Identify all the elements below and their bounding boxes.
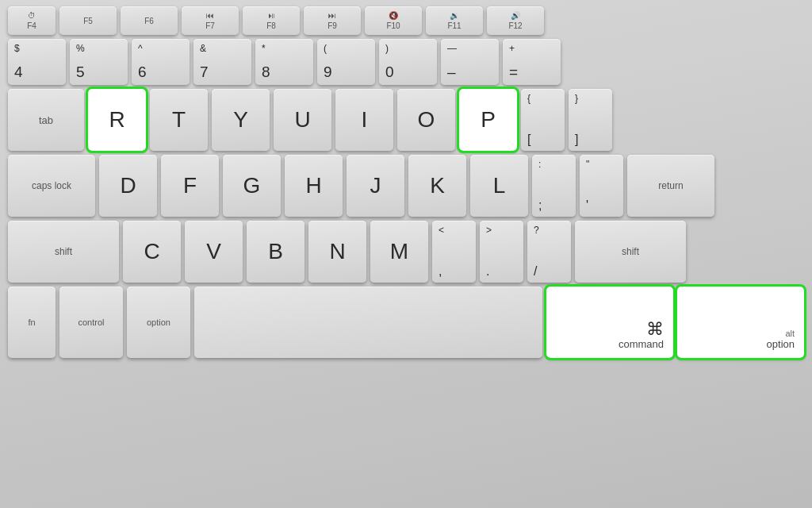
command-label: command	[619, 338, 664, 352]
key-option[interactable]: alt option	[677, 287, 804, 358]
key-command[interactable]: ⌘ command	[546, 287, 673, 358]
key-f5[interactable]: F5	[59, 6, 117, 35]
key-f9[interactable]: ⏭ F9	[304, 6, 361, 35]
key-f6[interactable]: F6	[121, 6, 178, 35]
key-M[interactable]: M	[370, 221, 428, 283]
key-Y[interactable]: Y	[212, 89, 270, 151]
key-enter[interactable]: return	[627, 155, 714, 217]
key-C[interactable]: C	[123, 221, 181, 283]
key-J[interactable]: J	[347, 155, 404, 217]
key-shift-right[interactable]: shift	[575, 221, 686, 283]
key-period[interactable]: > .	[480, 221, 523, 283]
qwerty-row: tab R T Y U I O P { [ } ]	[8, 89, 804, 151]
key-O[interactable]: O	[397, 89, 455, 151]
key-f4[interactable]: ⏱ F4	[8, 6, 56, 35]
key-shift-left[interactable]: shift	[8, 221, 119, 283]
key-control[interactable]: control	[59, 287, 123, 358]
option-label: option	[767, 338, 795, 352]
key-6[interactable]: ^ 6	[132, 39, 190, 85]
key-quote[interactable]: " '	[580, 155, 623, 217]
ff-icon: ⏭	[328, 11, 336, 20]
key-lbracket[interactable]: { [	[521, 89, 565, 151]
key-spacebar[interactable]	[194, 287, 542, 358]
option-alt-label: alt	[785, 329, 795, 338]
key-5[interactable]: % 5	[70, 39, 128, 85]
key-rbracket[interactable]: } ]	[569, 89, 612, 151]
key-semicolon[interactable]: : ;	[532, 155, 576, 217]
key-f12[interactable]: 🔊 F12	[487, 6, 544, 35]
bottom-row: fn control option ⌘ command alt option	[8, 287, 804, 358]
key-U[interactable]: U	[274, 89, 331, 151]
key-f8[interactable]: ⏯ F8	[243, 6, 300, 35]
command-symbol: ⌘	[646, 321, 664, 338]
key-fn[interactable]: fn	[8, 287, 56, 358]
asdf-row: caps lock D F G H J K L : ; " ' return	[8, 155, 804, 217]
key-I[interactable]: I	[335, 89, 393, 151]
key-G[interactable]: G	[223, 155, 281, 217]
mute-icon: 🔇	[389, 11, 398, 20]
key-minus[interactable]: — –	[441, 39, 499, 85]
key-f7[interactable]: ⏮ F7	[182, 6, 239, 35]
key-4[interactable]: $ 4	[8, 39, 66, 85]
key-V[interactable]: V	[185, 221, 243, 283]
key-alt-left[interactable]: option	[127, 287, 190, 358]
key-N[interactable]: N	[308, 221, 366, 283]
key-T[interactable]: T	[150, 89, 208, 151]
key-equals[interactable]: + =	[503, 39, 561, 85]
key-F[interactable]: F	[161, 155, 219, 217]
rewind-icon: ⏮	[206, 11, 214, 20]
fn-row: ⏱ F4 F5 F6 ⏮ F7 ⏯ F8 ⏭ F9	[8, 6, 804, 35]
keyboard: ⏱ F4 F5 F6 ⏮ F7 ⏯ F8 ⏭ F9	[0, 0, 812, 508]
vol-down-icon: 🔉	[450, 11, 459, 20]
key-7[interactable]: & 7	[193, 39, 251, 85]
key-comma[interactable]: < ,	[432, 221, 476, 283]
key-K[interactable]: K	[408, 155, 466, 217]
key-D[interactable]: D	[99, 155, 157, 217]
key-slash[interactable]: ? /	[527, 221, 571, 283]
brightness-icon: ⏱	[28, 11, 36, 20]
key-H[interactable]: H	[285, 155, 343, 217]
key-f10[interactable]: 🔇 F10	[365, 6, 422, 35]
key-R[interactable]: R	[88, 89, 146, 151]
key-0[interactable]: ) 0	[379, 39, 437, 85]
key-L[interactable]: L	[470, 155, 528, 217]
number-row: $ 4 % 5 ^ 6 & 7 * 8	[8, 39, 804, 85]
key-9[interactable]: ( 9	[317, 39, 375, 85]
key-B[interactable]: B	[247, 221, 304, 283]
play-icon: ⏯	[267, 11, 275, 20]
key-8[interactable]: * 8	[255, 39, 313, 85]
zxcv-row: shift C V B N M < , > . ? / shift	[8, 221, 804, 283]
key-f11[interactable]: 🔉 F11	[426, 6, 483, 35]
key-caps-lock[interactable]: caps lock	[8, 155, 95, 217]
key-P[interactable]: P	[459, 89, 517, 151]
key-tab[interactable]: tab	[8, 89, 84, 151]
vol-up-icon: 🔊	[511, 11, 520, 20]
